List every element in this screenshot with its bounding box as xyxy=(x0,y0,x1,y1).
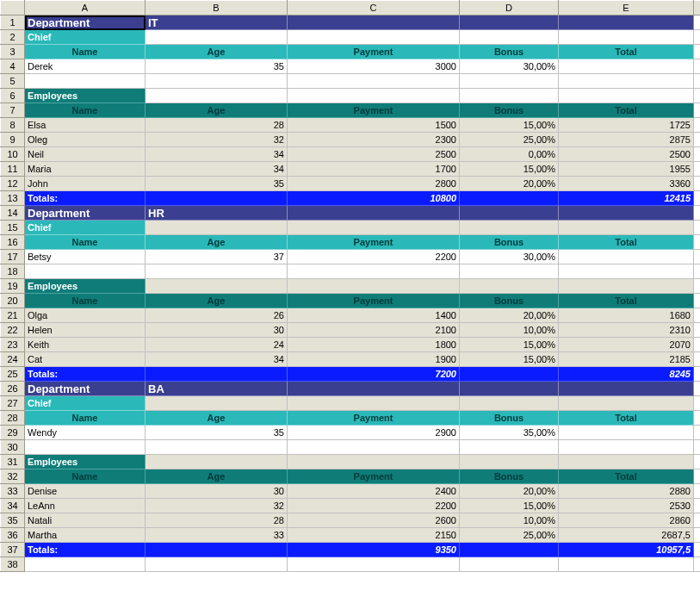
empty-cell[interactable] xyxy=(559,74,694,89)
row-header[interactable]: 14 xyxy=(1,206,25,221)
emp-total[interactable]: 1680 xyxy=(559,308,694,323)
emp-bonus[interactable]: 25,00% xyxy=(460,133,559,147)
empty-cell[interactable] xyxy=(146,221,288,235)
emp-bonus[interactable]: 15,00% xyxy=(460,162,559,177)
emp-total[interactable]: 2860 xyxy=(559,513,694,528)
empty-cell[interactable] xyxy=(559,221,694,235)
chief-total[interactable] xyxy=(559,250,694,264)
chief-name[interactable]: Wendy xyxy=(25,426,146,440)
empty-cell[interactable] xyxy=(146,440,288,455)
empty-cell[interactable] xyxy=(288,455,460,470)
chief-bonus[interactable]: 30,00% xyxy=(460,250,559,264)
emp-total[interactable]: 2070 xyxy=(559,338,694,352)
emp-bonus[interactable]: 10,00% xyxy=(460,513,559,528)
emp-age[interactable]: 34 xyxy=(146,147,288,162)
row-header[interactable]: 25 xyxy=(1,367,25,382)
row-header[interactable]: 22 xyxy=(1,323,25,338)
chief-payment[interactable]: 2900 xyxy=(288,426,460,440)
row-header[interactable]: 5 xyxy=(1,74,25,89)
row-header[interactable]: 28 xyxy=(1,411,25,426)
row-header[interactable]: 35 xyxy=(1,513,25,528)
row-header[interactable]: 18 xyxy=(1,264,25,279)
emp-bonus[interactable]: 10,00% xyxy=(460,323,559,338)
emp-name[interactable]: Elsa xyxy=(25,118,146,133)
cell-partial[interactable] xyxy=(694,323,701,338)
emp-bonus[interactable]: 25,00% xyxy=(460,528,559,543)
chief-name[interactable]: Derek xyxy=(25,59,146,74)
chief-payment[interactable]: 3000 xyxy=(288,59,460,74)
emp-total[interactable]: 1725 xyxy=(559,118,694,133)
col-header-C[interactable]: C xyxy=(288,1,460,16)
emp-bonus[interactable]: 20,00% xyxy=(460,177,559,191)
cell-partial[interactable] xyxy=(694,264,701,279)
chief-age[interactable]: 35 xyxy=(146,426,288,440)
empty-cell[interactable] xyxy=(559,557,694,572)
row-header[interactable]: 3 xyxy=(1,45,25,59)
emp-age[interactable]: 30 xyxy=(146,484,288,499)
emp-total[interactable]: 1955 xyxy=(559,162,694,177)
cell-partial[interactable] xyxy=(694,89,701,103)
emp-total[interactable]: 2185 xyxy=(559,352,694,367)
emp-bonus[interactable]: 15,00% xyxy=(460,118,559,133)
emp-bonus[interactable]: 15,00% xyxy=(460,352,559,367)
cell-partial[interactable] xyxy=(694,30,701,45)
cell-partial[interactable] xyxy=(694,382,701,396)
col-header-partial[interactable] xyxy=(694,1,701,16)
row-header[interactable]: 16 xyxy=(1,235,25,250)
chief-payment[interactable]: 2200 xyxy=(288,250,460,264)
cell-partial[interactable] xyxy=(694,543,701,557)
cell-partial[interactable] xyxy=(694,513,701,528)
select-all-corner[interactable] xyxy=(1,1,25,16)
empty-cell[interactable] xyxy=(25,440,146,455)
emp-payment[interactable]: 1500 xyxy=(288,118,460,133)
empty-cell[interactable] xyxy=(559,455,694,470)
row-header[interactable]: 30 xyxy=(1,440,25,455)
emp-age[interactable]: 32 xyxy=(146,133,288,147)
emp-payment[interactable]: 2150 xyxy=(288,528,460,543)
cell-partial[interactable] xyxy=(694,411,701,426)
row-header[interactable]: 26 xyxy=(1,382,25,396)
chief-age[interactable]: 37 xyxy=(146,250,288,264)
emp-age[interactable]: 24 xyxy=(146,338,288,352)
cell-partial[interactable] xyxy=(694,367,701,382)
empty-cell[interactable] xyxy=(559,396,694,411)
cell-partial[interactable] xyxy=(694,74,701,89)
emp-payment[interactable]: 2500 xyxy=(288,147,460,162)
cell-partial[interactable] xyxy=(694,484,701,499)
row-header[interactable]: 20 xyxy=(1,294,25,308)
col-header-E[interactable]: E xyxy=(559,1,694,16)
cell-partial[interactable] xyxy=(694,455,701,470)
chief-bonus[interactable]: 30,00% xyxy=(460,59,559,74)
row-header[interactable]: 12 xyxy=(1,177,25,191)
emp-age[interactable]: 34 xyxy=(146,162,288,177)
row-header[interactable]: 32 xyxy=(1,470,25,484)
empty-cell[interactable] xyxy=(25,74,146,89)
cell-partial[interactable] xyxy=(694,557,701,572)
cell-partial[interactable] xyxy=(694,470,701,484)
col-header-A[interactable]: A xyxy=(25,1,146,16)
chief-total[interactable] xyxy=(559,426,694,440)
row-header[interactable]: 21 xyxy=(1,308,25,323)
empty-cell[interactable] xyxy=(288,440,460,455)
empty-cell[interactable] xyxy=(460,440,559,455)
empty-cell[interactable] xyxy=(559,30,694,45)
cell-partial[interactable] xyxy=(694,352,701,367)
row-header[interactable]: 29 xyxy=(1,426,25,440)
empty-cell[interactable] xyxy=(288,264,460,279)
row-header[interactable]: 36 xyxy=(1,528,25,543)
emp-age[interactable]: 30 xyxy=(146,323,288,338)
cell-partial[interactable] xyxy=(694,191,701,206)
empty-cell[interactable] xyxy=(288,279,460,294)
row-header[interactable]: 2 xyxy=(1,30,25,45)
empty-cell[interactable] xyxy=(146,396,288,411)
cell-partial[interactable] xyxy=(694,528,701,543)
row-header[interactable]: 17 xyxy=(1,250,25,264)
row-header[interactable]: 10 xyxy=(1,147,25,162)
empty-cell[interactable] xyxy=(146,455,288,470)
chief-total[interactable] xyxy=(559,59,694,74)
empty-cell[interactable] xyxy=(460,264,559,279)
emp-age[interactable]: 26 xyxy=(146,308,288,323)
empty-cell[interactable] xyxy=(146,557,288,572)
emp-bonus[interactable]: 0,00% xyxy=(460,147,559,162)
row-header[interactable]: 37 xyxy=(1,543,25,557)
